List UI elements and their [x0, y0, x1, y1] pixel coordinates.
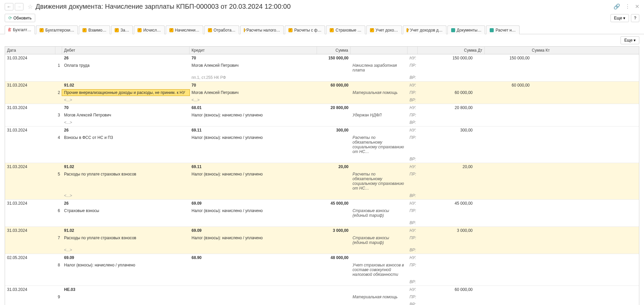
tab-icon [288, 28, 292, 32]
window-header: ← → ☆ Движения документа: Начисление зар… [0, 0, 644, 12]
tab-6[interactable]: Отработа… [204, 26, 239, 34]
refresh-icon: ⟳ [8, 15, 12, 20]
col-debit[interactable]: Дебет [62, 47, 190, 54]
tab-7[interactable]: Расчеты налого… [240, 26, 284, 34]
tab-icon [451, 28, 455, 32]
tab-10[interactable]: Учет дохо… [366, 26, 402, 34]
refresh-button[interactable]: ⟳ Обновить [5, 14, 35, 22]
tab-11[interactable]: Учет доходов д… [403, 26, 446, 34]
tab-icon [490, 28, 494, 32]
tab-label: Учет доходов д… [410, 28, 442, 33]
tab-1[interactable]: Бухгалтерски… [36, 26, 78, 34]
tab-label: Страховые … [335, 28, 361, 33]
tab-icon [169, 28, 173, 32]
table-row[interactable]: 31.03.20242670150 000,00НУ:150 000,00150… [5, 54, 639, 82]
tab-icon [83, 28, 87, 32]
tab-3[interactable]: За… [111, 26, 133, 34]
page-title: Движения документа: Начисление зарплаты … [36, 3, 609, 10]
tab-label: Исчисл… [143, 28, 161, 33]
tab-icon [138, 28, 142, 32]
tab-icon [208, 28, 212, 32]
tab-label: Расчеты с ф… [294, 28, 321, 33]
tab-13[interactable]: Расчет н… [486, 26, 519, 34]
table-row[interactable]: 31.03.202491.0269.093 000,00НУ:3 000,007… [5, 227, 639, 254]
tab-icon: Дт Кт [8, 28, 11, 32]
tab-icon [370, 28, 374, 32]
col-sum[interactable]: Сумма [317, 47, 351, 54]
link-icon[interactable]: 🔗 [613, 3, 620, 10]
kebab-icon[interactable]: ⋮ [625, 3, 630, 10]
tab-9[interactable]: Страховые … [326, 26, 365, 34]
col-sum-dt[interactable]: Сумма Дт [418, 47, 485, 54]
help-button[interactable]: ? [631, 14, 639, 22]
tab-label: Расчет н… [495, 28, 516, 33]
tab-icon [40, 28, 44, 32]
tab-2[interactable]: Взаимо… [79, 26, 110, 34]
tab-12[interactable]: Документы… [447, 26, 485, 34]
tab-4[interactable]: Исчисл… [134, 26, 164, 34]
refresh-label: Обновить [13, 16, 32, 20]
favorite-icon[interactable]: ☆ [28, 3, 33, 10]
tab-8[interactable]: Расчеты с ф… [285, 26, 325, 34]
table-row[interactable]: 31.03.202491.0269.1120,00НУ:20,005Расход… [5, 163, 639, 200]
tab-label: Документы… [457, 28, 482, 33]
tab-label: Бухгалтерски… [45, 28, 74, 33]
entries-grid: Дата Дебет Кредит Сумма Сумма Дт Сумма К… [5, 46, 639, 305]
grid-header-row: Дата Дебет Кредит Сумма Сумма Дт Сумма К… [5, 47, 639, 54]
tab-0[interactable]: Дт КтБухгалт… [5, 26, 35, 34]
nav-back-button[interactable]: ← [5, 3, 13, 10]
table-row[interactable]: 31.03.20242669.0945 000,00НУ:45 000,006С… [5, 200, 639, 227]
tab-label: Начислени… [175, 28, 200, 33]
tab-icon [244, 28, 245, 32]
more-button[interactable]: Еще ▾ [610, 14, 629, 22]
table-row[interactable]: 31.03.20247068.0120 800,00НУ:20 800,003М… [5, 104, 639, 126]
grid-more-button[interactable]: Еще ▾ [621, 36, 639, 44]
tab-5[interactable]: Начислени… [166, 26, 203, 34]
tabs-bar: Дт КтБухгалт…Бухгалтерски…Взаимо…За…Исчи… [0, 26, 644, 34]
table-row[interactable]: 31.03.202491.027060 000,00НУ:60 000,002П… [5, 82, 639, 104]
nav-forward-button[interactable]: → [15, 3, 23, 10]
table-row[interactable]: 02.05.202469.0968.9048 000,00НУ:8Налог (… [5, 254, 639, 286]
tab-icon [330, 28, 334, 32]
main-toolbar: ⟳ Обновить Еще ▾ ? [0, 12, 644, 26]
close-icon[interactable]: ✕ [635, 3, 639, 10]
tab-icon [115, 28, 119, 32]
col-credit[interactable]: Кредит [190, 47, 317, 54]
tab-label: Учет дохо… [376, 28, 398, 33]
table-row[interactable]: 31.03.20242669.11300,00НУ:300,004Взносы … [5, 126, 639, 163]
tab-label: Бухгалт… [13, 28, 31, 32]
table-row[interactable]: 31.03.2024НЕ.03НУ:60 000,009Материальная… [5, 286, 639, 305]
col-date[interactable]: Дата [5, 47, 55, 54]
col-sum-kt[interactable]: Сумма Кт [485, 47, 552, 54]
tab-label: Отработа… [214, 28, 236, 33]
tab-label: За… [120, 28, 129, 33]
grid-toolbar: Еще ▾ [0, 34, 644, 46]
tab-label: Расчеты налого… [247, 28, 280, 33]
tab-icon [407, 28, 409, 32]
tab-label: Взаимо… [88, 28, 106, 33]
